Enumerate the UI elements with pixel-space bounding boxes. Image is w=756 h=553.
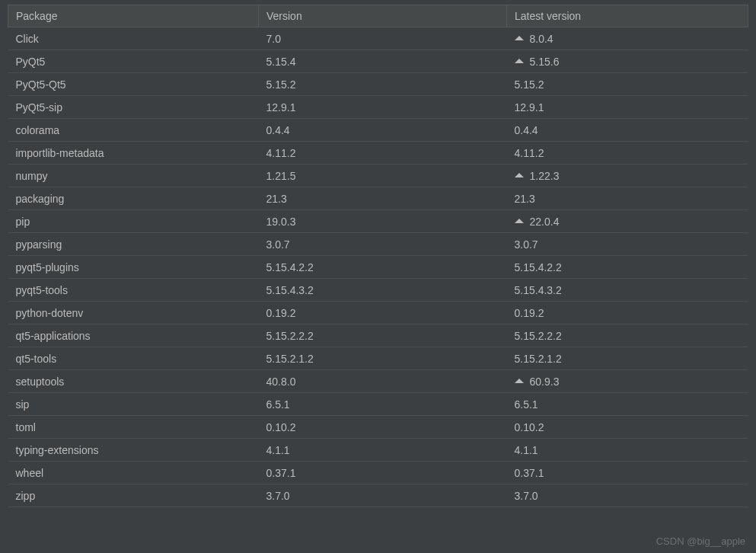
package-name-cell: sip bbox=[8, 393, 259, 416]
package-name-cell: pyparsing bbox=[8, 233, 259, 256]
header-package[interactable]: Package bbox=[8, 5, 259, 27]
upgrade-available-icon bbox=[515, 59, 524, 63]
package-latest-cell: 5.15.4.3.2 bbox=[507, 279, 748, 302]
package-version-cell: 5.15.4 bbox=[259, 50, 507, 73]
package-version-cell: 3.0.7 bbox=[259, 233, 507, 256]
table-row[interactable]: PyQt5-sip12.9.112.9.1 bbox=[8, 96, 748, 119]
package-latest-cell: 5.15.2.1.2 bbox=[507, 347, 748, 370]
upgrade-available-icon bbox=[515, 379, 524, 383]
table-row[interactable]: PyQt55.15.45.15.6 bbox=[8, 50, 748, 73]
package-latest-cell: 5.15.2.2.2 bbox=[507, 324, 748, 347]
package-latest-cell: 3.7.0 bbox=[507, 484, 748, 507]
package-latest-value: 5.15.4.2.2 bbox=[515, 261, 562, 273]
package-version-cell: 40.8.0 bbox=[259, 370, 507, 393]
package-name-cell: colorama bbox=[8, 119, 259, 142]
package-latest-value: 6.5.1 bbox=[515, 398, 538, 411]
table-row[interactable]: python-dotenv0.19.20.19.2 bbox=[8, 302, 748, 324]
header-version[interactable]: Version bbox=[259, 5, 507, 27]
package-latest-cell: 60.9.3 bbox=[507, 370, 748, 393]
table-row[interactable]: pyqt5-plugins5.15.4.2.25.15.4.2.2 bbox=[8, 256, 748, 279]
package-latest-cell: 4.11.2 bbox=[507, 142, 748, 165]
table-row[interactable]: setuptools40.8.060.9.3 bbox=[8, 370, 748, 393]
table-row[interactable]: pyqt5-tools5.15.4.3.25.15.4.3.2 bbox=[8, 279, 748, 302]
table-row[interactable]: sip6.5.16.5.1 bbox=[8, 393, 748, 416]
table-row[interactable]: zipp3.7.03.7.0 bbox=[8, 484, 748, 507]
package-name-cell: setuptools bbox=[8, 370, 259, 393]
packages-table: Package Version Latest version Click7.08… bbox=[8, 5, 748, 507]
package-version-cell: 0.37.1 bbox=[259, 462, 507, 484]
table-row[interactable]: numpy1.21.51.22.3 bbox=[8, 165, 748, 187]
package-name-cell: pip bbox=[8, 210, 259, 233]
upgrade-available-icon bbox=[515, 219, 524, 223]
package-latest-value: 5.15.6 bbox=[530, 56, 560, 68]
package-latest-cell: 1.22.3 bbox=[507, 165, 748, 187]
package-latest-value: 5.15.2 bbox=[515, 78, 544, 91]
package-name-cell: pyqt5-plugins bbox=[8, 256, 259, 279]
package-version-cell: 12.9.1 bbox=[259, 96, 507, 119]
package-name-cell: packaging bbox=[8, 187, 259, 210]
package-version-cell: 21.3 bbox=[259, 187, 507, 210]
table-row[interactable]: qt5-tools5.15.2.1.25.15.2.1.2 bbox=[8, 347, 748, 370]
package-version-cell: 5.15.4.3.2 bbox=[259, 279, 507, 302]
package-latest-value: 21.3 bbox=[515, 193, 535, 205]
package-version-cell: 0.10.2 bbox=[259, 416, 507, 439]
package-name-cell: wheel bbox=[8, 462, 259, 484]
package-latest-value: 5.15.2.1.2 bbox=[515, 353, 562, 365]
package-name-cell: importlib-metadata bbox=[8, 142, 259, 165]
upgrade-available-icon bbox=[515, 36, 524, 40]
table-row[interactable]: colorama0.4.40.4.4 bbox=[8, 119, 748, 142]
table-row[interactable]: pip19.0.322.0.4 bbox=[8, 210, 748, 233]
package-version-cell: 0.19.2 bbox=[259, 302, 507, 324]
table-row[interactable]: importlib-metadata4.11.24.11.2 bbox=[8, 142, 748, 165]
package-latest-value: 4.11.2 bbox=[515, 147, 544, 159]
package-latest-cell: 0.10.2 bbox=[507, 416, 748, 439]
package-version-cell: 0.4.4 bbox=[259, 119, 507, 142]
table-row[interactable]: qt5-applications5.15.2.2.25.15.2.2.2 bbox=[8, 324, 748, 347]
upgrade-available-icon bbox=[515, 173, 524, 177]
package-name-cell: PyQt5 bbox=[8, 50, 259, 73]
package-latest-value: 22.0.4 bbox=[530, 216, 560, 228]
table-row[interactable]: packaging21.321.3 bbox=[8, 187, 748, 210]
package-latest-cell: 0.19.2 bbox=[507, 302, 748, 324]
package-latest-cell: 3.0.7 bbox=[507, 233, 748, 256]
table-row[interactable]: Click7.08.0.4 bbox=[8, 27, 748, 50]
package-version-cell: 6.5.1 bbox=[259, 393, 507, 416]
package-name-cell: toml bbox=[8, 416, 259, 439]
table-header-row: Package Version Latest version bbox=[8, 5, 748, 27]
package-name-cell: python-dotenv bbox=[8, 302, 259, 324]
package-latest-cell: 5.15.4.2.2 bbox=[507, 256, 748, 279]
package-latest-cell: 8.0.4 bbox=[507, 27, 748, 50]
package-latest-cell: 5.15.6 bbox=[507, 50, 748, 73]
package-latest-cell: 4.1.1 bbox=[507, 439, 748, 462]
table-row[interactable]: typing-extensions4.1.14.1.1 bbox=[8, 439, 748, 462]
package-latest-value: 1.22.3 bbox=[530, 170, 560, 182]
package-latest-value: 8.0.4 bbox=[530, 33, 553, 45]
package-version-cell: 4.11.2 bbox=[259, 142, 507, 165]
watermark: CSDN @big__apple bbox=[656, 535, 745, 547]
package-name-cell: PyQt5-Qt5 bbox=[8, 73, 259, 96]
package-version-cell: 7.0 bbox=[259, 27, 507, 50]
package-latest-cell: 21.3 bbox=[507, 187, 748, 210]
package-latest-value: 60.9.3 bbox=[530, 376, 560, 388]
table-row[interactable]: wheel0.37.10.37.1 bbox=[8, 462, 748, 484]
package-name-cell: pyqt5-tools bbox=[8, 279, 259, 302]
table-row[interactable]: pyparsing3.0.73.0.7 bbox=[8, 233, 748, 256]
package-latest-value: 12.9.1 bbox=[515, 101, 544, 113]
package-version-cell: 5.15.2.1.2 bbox=[259, 347, 507, 370]
table-row[interactable]: PyQt5-Qt55.15.25.15.2 bbox=[8, 73, 748, 96]
package-latest-cell: 12.9.1 bbox=[507, 96, 748, 119]
table-row[interactable]: toml0.10.20.10.2 bbox=[8, 416, 748, 439]
header-latest[interactable]: Latest version bbox=[507, 5, 748, 27]
package-name-cell: PyQt5-sip bbox=[8, 96, 259, 119]
package-latest-value: 0.19.2 bbox=[515, 307, 544, 319]
package-name-cell: qt5-applications bbox=[8, 324, 259, 347]
package-name-cell: Click bbox=[8, 27, 259, 50]
package-latest-value: 0.37.1 bbox=[515, 467, 544, 479]
package-version-cell: 4.1.1 bbox=[259, 439, 507, 462]
package-name-cell: qt5-tools bbox=[8, 347, 259, 370]
package-latest-cell: 0.4.4 bbox=[507, 119, 748, 142]
package-latest-value: 0.4.4 bbox=[515, 124, 538, 136]
package-latest-value: 5.15.4.3.2 bbox=[515, 284, 562, 296]
package-latest-cell: 22.0.4 bbox=[507, 210, 748, 233]
package-latest-value: 5.15.2.2.2 bbox=[515, 330, 562, 342]
